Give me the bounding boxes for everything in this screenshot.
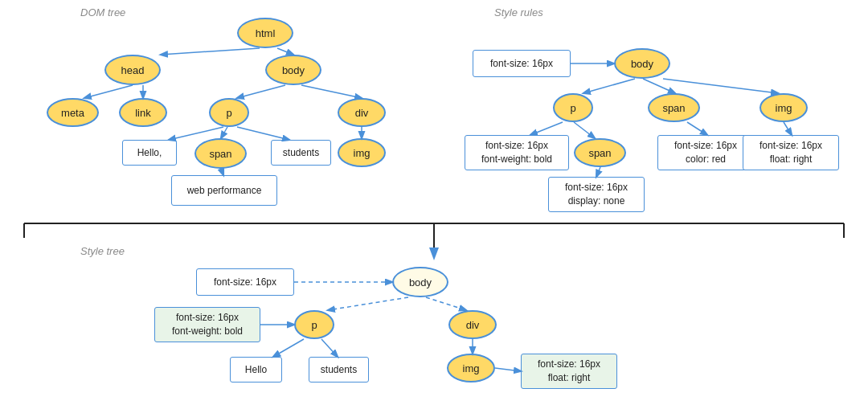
rule-span-display-tr: font-size: 16pxdisplay: none <box>548 177 645 212</box>
svg-line-27 <box>426 297 466 310</box>
node-span2-tr: span <box>574 138 626 167</box>
svg-line-2 <box>84 85 133 98</box>
node-span-tr: span <box>648 93 700 122</box>
rule-fontsize-tr: font-size: 16px <box>473 50 571 77</box>
svg-line-32 <box>495 368 521 371</box>
svg-line-5 <box>301 85 362 98</box>
svg-line-12 <box>583 79 635 93</box>
node-meta: meta <box>47 98 99 127</box>
node-p-tr: p <box>553 93 593 122</box>
svg-line-8 <box>237 127 289 140</box>
rule-p-bl: font-size: 16pxfont-weight: bold <box>154 307 260 342</box>
rule-img-bl: font-size: 16pxfloat: right <box>521 354 617 389</box>
svg-line-1 <box>277 48 293 55</box>
node-body-tl: body <box>265 55 321 85</box>
svg-line-18 <box>784 122 792 135</box>
node-p-bl: p <box>294 310 334 339</box>
node-div-bl: div <box>448 310 497 339</box>
node-students-tl: students <box>271 140 331 166</box>
svg-line-19 <box>596 167 600 177</box>
node-span-tl: span <box>194 138 247 169</box>
node-img-bl: img <box>447 354 495 382</box>
node-html: html <box>237 18 293 48</box>
node-hello-tl: Hello, <box>122 140 177 166</box>
bottom-label: Style tree <box>80 245 125 257</box>
node-img-tl: img <box>338 138 386 167</box>
node-div-tl: div <box>338 98 386 127</box>
svg-line-4 <box>237 85 285 98</box>
svg-line-13 <box>643 79 675 93</box>
svg-line-26 <box>328 297 408 310</box>
node-head: head <box>104 55 161 85</box>
node-body-bl: body <box>392 267 448 297</box>
svg-line-14 <box>663 79 778 93</box>
svg-line-0 <box>161 48 260 55</box>
svg-line-7 <box>221 127 227 138</box>
node-body-tr: body <box>614 48 670 79</box>
node-img-tr: img <box>760 93 808 122</box>
diagram-container: DOM tree Style rules Style tree html hea… <box>0 0 868 405</box>
node-webperf: web performance <box>171 175 277 206</box>
top-left-label: DOM tree <box>80 6 125 18</box>
node-hello-bl: Hello <box>230 357 282 382</box>
node-link: link <box>119 98 167 127</box>
node-p-tl: p <box>209 98 249 127</box>
rule-img-tr: font-size: 16pxfloat: right <box>743 135 839 170</box>
svg-line-30 <box>321 339 338 357</box>
rule-span-tr: font-size: 16pxcolor: red <box>657 135 754 170</box>
svg-line-29 <box>273 339 304 357</box>
svg-line-16 <box>574 122 595 138</box>
node-students-bl: students <box>309 357 369 382</box>
svg-line-15 <box>530 122 563 135</box>
rule-p-tr: font-size: 16pxfont-weight: bold <box>465 135 569 170</box>
svg-line-17 <box>687 122 707 135</box>
svg-line-10 <box>221 169 223 175</box>
top-right-label: Style rules <box>494 6 543 18</box>
rule-fontsize-bl: font-size: 16px <box>196 268 294 296</box>
